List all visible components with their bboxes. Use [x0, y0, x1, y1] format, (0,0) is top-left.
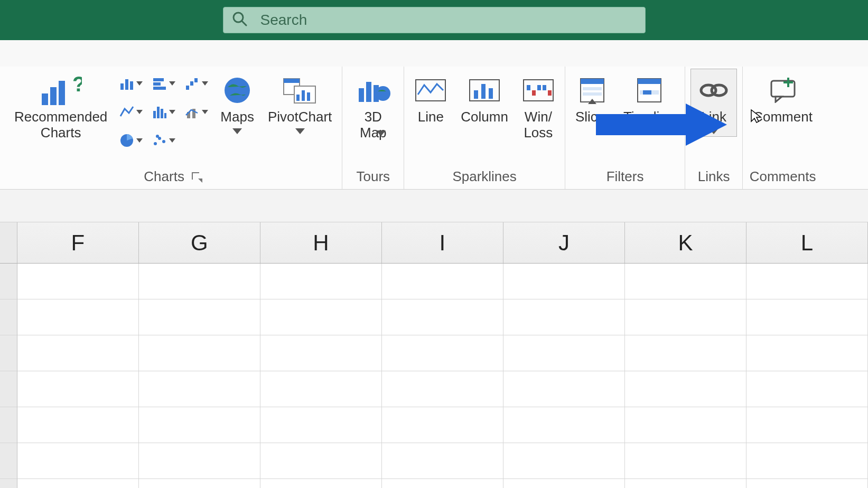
cell[interactable] [503, 371, 625, 407]
grid-row [0, 335, 868, 371]
cell[interactable] [746, 407, 868, 443]
cell[interactable] [625, 264, 746, 299]
cell[interactable] [746, 443, 868, 479]
svg-point-22 [154, 142, 157, 145]
recommended-charts-button[interactable]: ? Recommended Charts [10, 69, 112, 144]
cell[interactable] [139, 299, 260, 335]
cell[interactable] [746, 264, 868, 299]
pie-chart-button[interactable] [116, 127, 146, 154]
cell[interactable] [17, 479, 139, 488]
cell[interactable] [17, 264, 139, 299]
column-header[interactable]: G [139, 222, 260, 263]
cell[interactable] [382, 479, 503, 488]
cell[interactable] [17, 299, 139, 335]
column-header[interactable]: H [260, 222, 382, 263]
row-header[interactable] [0, 407, 17, 443]
link-icon [698, 72, 730, 108]
scatter-chart-button[interactable] [149, 127, 179, 154]
column-header[interactable]: K [625, 222, 746, 263]
row-header[interactable] [0, 371, 17, 407]
sparkline-line-button[interactable]: Line [409, 69, 452, 128]
cell[interactable] [382, 299, 503, 335]
cell[interactable] [503, 335, 625, 371]
svg-rect-14 [194, 78, 198, 82]
svg-rect-17 [161, 109, 163, 118]
cell[interactable] [382, 371, 503, 407]
timeline-button[interactable]: Timeline [619, 69, 679, 128]
link-button[interactable]: Link [690, 69, 737, 137]
cell[interactable] [625, 299, 746, 335]
pivotchart-label: PivotChart [268, 109, 332, 125]
grid-row [0, 443, 868, 479]
waterfall-chart-button[interactable] [182, 70, 211, 97]
charts-dialog-launcher[interactable] [191, 171, 202, 183]
select-all-corner[interactable] [0, 222, 17, 263]
column-header[interactable]: I [382, 222, 503, 263]
search-box[interactable] [223, 7, 646, 33]
row-header[interactable] [0, 443, 17, 479]
cell[interactable] [746, 371, 868, 407]
column-header[interactable]: F [17, 222, 139, 263]
cell[interactable] [625, 335, 746, 371]
cell[interactable] [17, 407, 139, 443]
cell[interactable] [625, 407, 746, 443]
sparkline-winloss-button[interactable]: Win/ Loss [517, 69, 559, 144]
cell[interactable] [17, 443, 139, 479]
cell[interactable] [625, 443, 746, 479]
cell[interactable] [260, 479, 382, 488]
row-header[interactable] [0, 479, 17, 488]
maps-button[interactable]: Maps [216, 69, 259, 137]
cell[interactable] [139, 407, 260, 443]
slicer-icon [577, 72, 607, 108]
cell[interactable] [139, 264, 260, 299]
column-header[interactable]: L [746, 222, 868, 263]
row-header[interactable] [0, 264, 17, 299]
cell[interactable] [625, 479, 746, 488]
cell[interactable] [382, 407, 503, 443]
cell[interactable] [503, 443, 625, 479]
cell[interactable] [139, 443, 260, 479]
svg-rect-43 [527, 85, 530, 90]
cell[interactable] [260, 443, 382, 479]
column-chart-button[interactable] [116, 70, 146, 97]
cell[interactable] [503, 299, 625, 335]
row-header[interactable] [0, 335, 17, 371]
pivotchart-button[interactable]: PivotChart [263, 69, 337, 137]
cell[interactable] [503, 407, 625, 443]
cell[interactable] [139, 479, 260, 488]
grid-row [0, 407, 868, 443]
cell[interactable] [382, 335, 503, 371]
grid-row [0, 479, 868, 488]
cell[interactable] [260, 299, 382, 335]
cell[interactable] [260, 264, 382, 299]
slicer-button[interactable]: Slicer [571, 69, 614, 128]
row-header[interactable] [0, 299, 17, 335]
cell[interactable] [625, 371, 746, 407]
column-header[interactable]: J [503, 222, 625, 263]
cell[interactable] [260, 371, 382, 407]
combo-chart-button[interactable] [182, 98, 211, 126]
3d-map-button[interactable]: 3D Map [348, 69, 398, 139]
cell[interactable] [260, 335, 382, 371]
cell[interactable] [382, 264, 503, 299]
cell[interactable] [260, 407, 382, 443]
comment-button[interactable]: Comment [748, 69, 817, 128]
cell[interactable] [17, 371, 139, 407]
cell[interactable] [746, 299, 868, 335]
svg-rect-56 [643, 90, 651, 95]
search-input[interactable] [260, 12, 637, 29]
cell[interactable] [17, 335, 139, 371]
cell[interactable] [139, 335, 260, 371]
line-chart-button[interactable] [116, 98, 146, 126]
cell[interactable] [746, 335, 868, 371]
cell[interactable] [746, 479, 868, 488]
histogram-chart-button[interactable] [149, 98, 179, 126]
spreadsheet-grid[interactable]: F G H I J K L [0, 222, 868, 488]
cell[interactable] [503, 264, 625, 299]
cell[interactable] [382, 443, 503, 479]
cell[interactable] [503, 479, 625, 488]
comment-icon [768, 72, 798, 108]
bar-chart-button[interactable] [149, 70, 179, 97]
sparkline-column-button[interactable]: Column [456, 69, 513, 128]
cell[interactable] [139, 371, 260, 407]
